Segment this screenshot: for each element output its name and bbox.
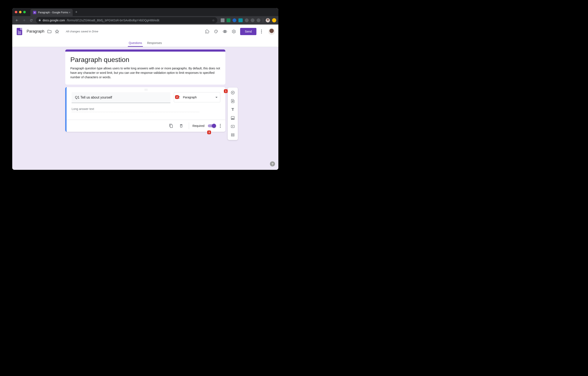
question-footer: Required 3: [66, 120, 225, 132]
form-title-card[interactable]: Paragraph question Paragraph question ty…: [65, 49, 225, 85]
forms-header: Paragraph All changes saved in Drive Sen…: [12, 24, 278, 38]
form-title[interactable]: Paragraph question: [70, 56, 220, 64]
forms-logo[interactable]: [16, 28, 23, 35]
star-icon[interactable]: [54, 29, 60, 34]
folder-icon[interactable]: [47, 29, 52, 34]
svg-point-6: [215, 31, 216, 32]
question-type-label: Paragraph: [183, 96, 213, 99]
question-card[interactable]: 2 Paragraph Long answer text Required: [65, 87, 225, 132]
more-menu-button[interactable]: [260, 29, 263, 34]
svg-point-8: [216, 31, 217, 31]
bookmark-star-button[interactable]: ☆: [212, 19, 215, 22]
add-video-button[interactable]: [229, 123, 237, 130]
window-controls: [15, 11, 26, 13]
help-button[interactable]: ?: [270, 161, 275, 166]
browser-tab[interactable]: Paragraph - Google Forms ×: [31, 9, 73, 16]
drag-handle[interactable]: [66, 87, 225, 92]
duplicate-button[interactable]: [167, 122, 175, 130]
save-status: All changes saved in Drive: [66, 30, 98, 33]
required-toggle[interactable]: [208, 124, 216, 127]
maximize-window-button[interactable]: [23, 11, 26, 13]
url-path: /forms/d/12uZGWoaB_BbEj_bPGW2sR-brrSAviB…: [67, 19, 159, 22]
svg-rect-0: [34, 12, 34, 12]
tab-questions[interactable]: Questions: [126, 41, 145, 47]
extension-icons: [220, 18, 276, 22]
chevron-down-icon: [215, 97, 218, 98]
side-toolbar: 1: [228, 88, 238, 140]
new-tab-button[interactable]: +: [75, 10, 77, 14]
separator: [263, 18, 263, 22]
browser-titlebar: Paragraph - Google Forms × +: [12, 8, 278, 16]
question-title-input[interactable]: [72, 92, 170, 103]
document-title[interactable]: Paragraph: [27, 29, 44, 34]
svg-point-7: [216, 31, 216, 31]
form-description[interactable]: Paragraph question type allows users to …: [70, 66, 220, 79]
back-button[interactable]: [14, 19, 20, 22]
tab-title: Paragraph - Google Forms: [38, 11, 68, 14]
svg-rect-12: [231, 134, 234, 134]
extension-icon[interactable]: [232, 18, 236, 22]
add-title-button[interactable]: [229, 106, 237, 113]
answer-placeholder: Long answer text: [72, 107, 200, 112]
question-type-dropdown[interactable]: Paragraph: [174, 92, 220, 102]
close-tab-button[interactable]: ×: [69, 11, 71, 14]
svg-rect-1: [34, 12, 35, 12]
question-more-button[interactable]: [219, 123, 221, 129]
extension-icon[interactable]: [272, 18, 276, 22]
forms-favicon: [33, 11, 36, 14]
svg-rect-4: [34, 13, 34, 13]
close-window-button[interactable]: [15, 11, 17, 13]
svg-rect-13: [231, 135, 234, 136]
delete-button[interactable]: [177, 122, 185, 130]
browser-toolbar: docs.google.com/forms/d/12uZGWoaB_BbEj_b…: [12, 16, 278, 24]
send-button[interactable]: Send: [240, 28, 256, 35]
form-canvas: Paragraph question Paragraph question ty…: [12, 47, 278, 170]
extension-icon[interactable]: [245, 18, 249, 22]
addons-icon[interactable]: [205, 29, 210, 34]
minimize-window-button[interactable]: [19, 11, 21, 13]
forward-button[interactable]: [21, 19, 27, 22]
tab-responses[interactable]: Responses: [145, 41, 165, 47]
browser-window: Paragraph - Google Forms × + docs.google…: [12, 8, 278, 170]
svg-rect-5: [34, 13, 35, 13]
extension-icon[interactable]: [221, 18, 224, 22]
annotation-badge-2: 2: [175, 95, 179, 99]
add-question-button[interactable]: [229, 89, 237, 96]
required-label: Required: [192, 124, 204, 128]
separator: [189, 122, 189, 129]
reload-button[interactable]: [29, 19, 34, 22]
extension-icon[interactable]: [239, 18, 243, 22]
url-host: docs.google.com: [43, 19, 65, 22]
annotation-badge-1: 1: [224, 89, 228, 93]
extension-icon[interactable]: [227, 18, 231, 22]
import-questions-button[interactable]: [229, 97, 237, 105]
svg-rect-2: [34, 12, 34, 13]
profile-avatar[interactable]: [266, 18, 270, 22]
form-tabs: Questions Responses: [12, 38, 278, 47]
settings-icon[interactable]: [231, 29, 236, 34]
svg-point-9: [217, 31, 217, 32]
user-avatar[interactable]: [268, 28, 275, 35]
address-bar[interactable]: docs.google.com/forms/d/12uZGWoaB_BbEj_b…: [36, 17, 217, 23]
add-image-button[interactable]: [229, 114, 237, 122]
add-section-button[interactable]: [229, 131, 237, 139]
extension-icon[interactable]: [257, 18, 260, 22]
palette-icon[interactable]: [213, 29, 219, 34]
extension-icon[interactable]: [251, 18, 254, 22]
svg-rect-3: [34, 12, 35, 13]
lock-icon: [38, 19, 41, 22]
preview-icon[interactable]: [222, 29, 228, 34]
annotation-badge-3: 3: [207, 131, 211, 134]
